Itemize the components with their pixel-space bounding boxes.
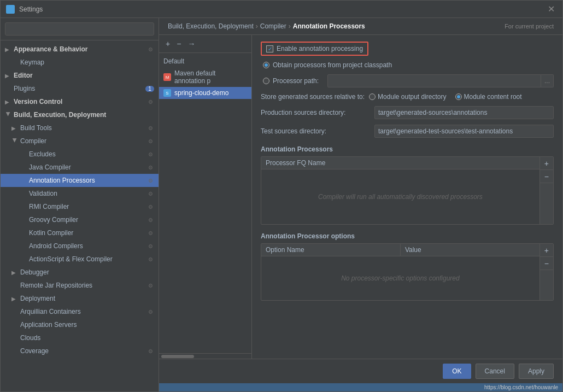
module-content-label: Module content root [464, 93, 522, 101]
compiler-message: Compiler will run all automatically disc… [318, 193, 483, 201]
sidebar-item-plugins[interactable]: Plugins 1 [1, 82, 159, 95]
sidebar-item-actionscript[interactable]: ActionScript & Flex Compiler ⚙ [1, 253, 159, 266]
breadcrumb-part-2: Compiler [260, 22, 286, 30]
settings-window: Settings ✕ ▶ Appearance & Behavior ⚙ Key… [0, 0, 563, 392]
options-table-buttons: + − [539, 244, 553, 300]
profile-maven-label: Maven default annotation p [174, 69, 247, 85]
sidebar-item-kotlin-compiler[interactable]: Kotlin Compiler ⚙ [1, 226, 159, 239]
module-content-option: Module content root [455, 93, 522, 101]
add-processor-button[interactable]: + [540, 157, 553, 170]
bottom-bar: OK Cancel Apply [159, 359, 562, 383]
sidebar-item-editor[interactable]: ▶ Editor [1, 69, 159, 82]
sidebar-item-annotation-processors[interactable]: Annotation Processors ⚙ [1, 174, 159, 187]
config-icon: ⚙ [146, 137, 154, 145]
sidebar-item-arquillian[interactable]: Arquillian Containers ⚙ [1, 305, 159, 318]
sidebar-item-compiler[interactable]: ▶ Compiler ⚙ [1, 134, 159, 148]
sidebar-item-clouds[interactable]: Clouds [1, 331, 159, 344]
remove-processor-button[interactable]: − [540, 170, 553, 183]
processor-fq-col: Processor FQ Name [261, 157, 539, 169]
enable-annotation-label: Enable annotation processing [277, 45, 363, 52]
add-option-button[interactable]: + [540, 244, 553, 257]
arrow-icon [20, 151, 27, 157]
production-sources-label: Production sources directory: [261, 109, 370, 116]
arrow-icon: ▶ [5, 112, 11, 118]
production-sources-input[interactable] [374, 106, 554, 119]
arrow-icon [11, 335, 18, 341]
breadcrumb-current: Annotation Processors [293, 22, 365, 30]
annotation-table-body: Compiler will run all automatically disc… [261, 169, 539, 224]
ok-button[interactable]: OK [443, 364, 471, 379]
remove-option-button[interactable]: − [540, 257, 553, 270]
maven-icon: M [163, 73, 171, 81]
enable-annotation-checkbox[interactable] [266, 45, 273, 52]
annotation-processors-table-container: Processor FQ Name Compiler will run all … [261, 156, 554, 225]
sidebar-item-label: Application Servers [20, 321, 154, 329]
arrow-icon [11, 60, 18, 66]
profile-spring-cloud[interactable]: S spring-cloud-demo [159, 87, 251, 99]
sidebar-item-label: Groovy Compiler [29, 216, 146, 224]
annotation-options-table-container: Option Name Value No processor-specific … [261, 243, 554, 301]
add-profile-button[interactable]: + [163, 38, 172, 49]
sidebar-tree: ▶ Appearance & Behavior ⚙ Keymap ▶ Edito… [1, 40, 159, 391]
sidebar-item-label: Plugins [14, 85, 145, 92]
value-col: Value [401, 244, 539, 256]
config-icon: ⚙ [146, 255, 154, 263]
processor-path-browse-button[interactable]: ... [541, 74, 554, 87]
sidebar-item-keymap[interactable]: Keymap [1, 56, 159, 69]
sidebar-item-deployment[interactable]: ▶ Deployment [1, 292, 159, 305]
config-icon: ⚙ [146, 282, 154, 289]
sidebar-item-version-control[interactable]: ▶ Version Control ⚙ [1, 95, 159, 108]
sidebar-item-build-tools[interactable]: ▶ Build Tools ⚙ [1, 121, 159, 134]
breadcrumb-sep-1: › [256, 22, 258, 30]
cancel-button[interactable]: Cancel [476, 364, 514, 379]
sidebar-item-label: Debugger [20, 268, 154, 276]
obtain-processors-radio[interactable] [263, 62, 269, 68]
options-table-body: No processor-specific options configured [261, 256, 539, 300]
search-input[interactable] [5, 22, 154, 36]
module-output-radio[interactable] [369, 93, 376, 100]
apply-button[interactable]: Apply [519, 364, 554, 379]
sidebar-item-label: Deployment [20, 295, 154, 302]
horizontal-scrollbar[interactable] [159, 353, 251, 359]
annotation-table-main: Processor FQ Name Compiler will run all … [261, 157, 539, 224]
sidebar-item-label: Build, Execution, Deployment [14, 111, 154, 119]
profile-maven-container: M Maven default annotation p [163, 69, 247, 85]
arrow-icon [11, 283, 18, 289]
sidebar-item-debugger[interactable]: ▶ Debugger [1, 266, 159, 279]
sidebar-item-label: Arquillian Containers [20, 308, 146, 315]
sidebar-item-remote-jar[interactable]: Remote Jar Repositories ⚙ [1, 279, 159, 292]
sidebar: ▶ Appearance & Behavior ⚙ Keymap ▶ Edito… [1, 18, 159, 391]
config-icon: ⚙ [146, 190, 154, 197]
close-button[interactable]: ✕ [546, 4, 557, 14]
remove-profile-button[interactable]: − [174, 38, 183, 49]
profile-maven[interactable]: M Maven default annotation p [159, 67, 251, 87]
profiles-panel: + − → Default M Maven default annotation… [159, 35, 252, 359]
sidebar-item-excludes[interactable]: Excludes ⚙ [1, 148, 159, 161]
sidebar-item-android-compilers[interactable]: Android Compilers ⚙ [1, 239, 159, 253]
profile-default[interactable]: Default [159, 55, 251, 67]
sidebar-item-appearance[interactable]: ▶ Appearance & Behavior ⚙ [1, 43, 159, 56]
test-sources-input[interactable] [374, 125, 554, 138]
move-profile-button[interactable]: → [185, 38, 197, 49]
sidebar-item-java-compiler[interactable]: Java Compiler ⚙ [1, 161, 159, 174]
arrow-icon [11, 322, 18, 328]
processor-path-input[interactable] [327, 74, 541, 87]
sidebar-item-app-servers[interactable]: Application Servers [1, 318, 159, 331]
spring-cloud-icon: S [163, 89, 171, 97]
sidebar-item-label: Java Compiler [29, 163, 146, 171]
sidebar-item-label: Compiler [20, 137, 146, 145]
module-content-radio[interactable] [455, 93, 462, 100]
sidebar-item-label: Excludes [29, 150, 146, 158]
sidebar-item-coverage[interactable]: Coverage ⚙ [1, 344, 159, 358]
sidebar-item-build-exec[interactable]: ▶ Build, Execution, Deployment [1, 108, 159, 121]
arrow-icon: ▶ [11, 125, 18, 131]
profile-default-label: Default [163, 57, 184, 65]
arrow-icon [11, 348, 18, 354]
sidebar-item-rmi-compiler[interactable]: RMI Compiler ⚙ [1, 200, 159, 213]
sidebar-item-validation[interactable]: Validation ⚙ [1, 187, 159, 200]
config-icon: ⚙ [146, 347, 154, 355]
processor-path-radio[interactable] [263, 78, 269, 84]
arrow-icon [20, 243, 27, 249]
sidebar-item-groovy-compiler[interactable]: Groovy Compiler ⚙ [1, 213, 159, 226]
test-sources-label: Test sources directory: [261, 127, 370, 135]
